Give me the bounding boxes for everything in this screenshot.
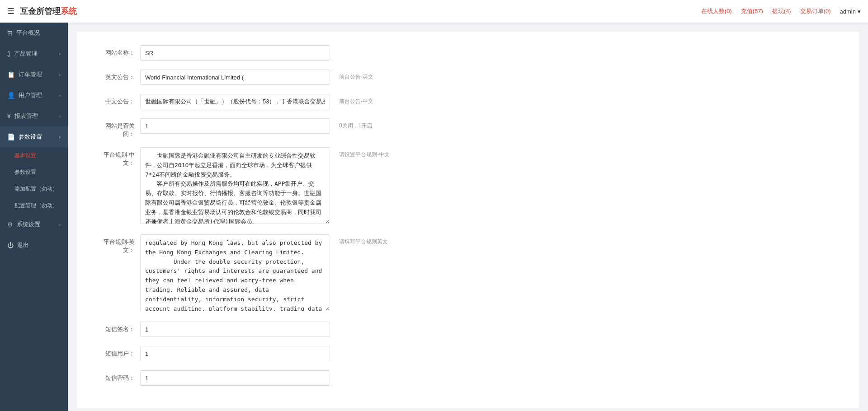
platform-rules-cn-label: 平台规则-中文： — [95, 147, 140, 167]
website-closed-wrapper — [140, 118, 330, 134]
product-arrow-icon: › — [59, 51, 61, 56]
sidebar-sub-add-config[interactable]: 添加配置（勿动） — [0, 181, 68, 197]
sms-sign-input[interactable] — [140, 322, 330, 337]
sidebar-item-system-label: 系统设置 — [17, 220, 40, 229]
menu-icon[interactable]: ☰ — [7, 6, 14, 16]
sms-sign-row: 短信签名： — [95, 322, 841, 337]
reports-arrow-icon: › — [59, 114, 61, 119]
sms-user-label: 短信用户： — [95, 346, 140, 358]
english-notice-row: 英文公告： 前台公告-英文 — [95, 70, 841, 85]
product-icon: ₿ — [7, 50, 10, 57]
online-stat[interactable]: 在线人数(0) — [701, 7, 732, 15]
website-closed-label: 网站是否关闭： — [95, 118, 140, 138]
sms-password-row: 短信密码： — [95, 370, 841, 386]
header-title-normal: 互金所管理 — [20, 7, 61, 16]
sms-password-wrapper — [140, 370, 330, 386]
website-name-input[interactable] — [140, 45, 330, 61]
sidebar-item-logout[interactable]: ⏻ 退出 — [0, 235, 68, 256]
platform-rules-en-row: 平台规则-英文： regulated by Hong Kong laws, bu… — [95, 234, 841, 313]
sidebar-item-reports-label: 报表管理 — [14, 112, 38, 120]
website-name-row: 网站名称： — [95, 45, 841, 61]
recharge-stat[interactable]: 充值(57) — [741, 7, 763, 15]
sidebar-item-users-label: 用户管理 — [19, 91, 42, 99]
sms-password-label: 短信密码： — [95, 370, 140, 382]
sidebar-item-logout-label: 退出 — [17, 241, 29, 249]
website-name-wrapper — [140, 45, 330, 61]
website-closed-hint: 0关闭，1开启 — [339, 118, 372, 130]
header: ☰ 互金所管理系统 在线人数(0) 充值(57) 提现(4) 交易订单(0) a… — [0, 0, 868, 23]
platform-rules-cn-row: 平台规则-中文： 世融国际是香港金融业有限公司自主研发的专业综合性交易软件，公司… — [95, 147, 841, 225]
layout: ⊞ 平台概况 ₿ 产品管理 › 📋 订单管理 › 👤 用户管理 › ¥ 报表管理… — [0, 23, 868, 411]
sidebar-item-product-label: 产品管理 — [14, 50, 38, 58]
english-notice-label: 英文公告： — [95, 70, 140, 81]
platform-rules-cn-textarea[interactable]: 世融国际是香港金融业有限公司自主研发的专业综合性交易软件，公司自2010年起立足… — [140, 147, 330, 224]
header-right: 在线人数(0) 充值(57) 提现(4) 交易订单(0) admin ▾ — [701, 7, 861, 15]
sidebar-item-users[interactable]: 👤 用户管理 › — [0, 85, 68, 106]
sms-user-wrapper — [140, 346, 330, 361]
website-name-label: 网站名称： — [95, 45, 140, 57]
english-notice-hint: 前台公告-英文 — [339, 70, 373, 81]
sidebar-sub-params[interactable]: 参数设置 — [0, 164, 68, 181]
withdraw-stat[interactable]: 提现(4) — [772, 7, 791, 15]
overview-icon: ⊞ — [7, 29, 13, 37]
sidebar-item-reports[interactable]: ¥ 报表管理 › — [0, 106, 68, 126]
logout-icon: ⏻ — [7, 242, 14, 249]
platform-rules-cn-wrapper: 世融国际是香港金融业有限公司自主研发的专业综合性交易软件，公司自2010年起立足… — [140, 147, 330, 225]
platform-rules-en-wrapper: regulated by Hong Kong laws, but also pr… — [140, 234, 330, 313]
chinese-notice-hint: 前台公告-中文 — [339, 94, 373, 105]
english-notice-wrapper — [140, 70, 330, 85]
chinese-notice-wrapper — [140, 94, 330, 109]
platform-rules-en-hint: 请填写平台规则英文 — [339, 234, 388, 246]
sidebar: ⊞ 平台概况 ₿ 产品管理 › 📋 订单管理 › 👤 用户管理 › ¥ 报表管理… — [0, 23, 68, 411]
params-icon: 📄 — [7, 133, 15, 140]
sidebar-sub-basic[interactable]: 基本设置 — [0, 147, 68, 164]
params-arrow-icon: › — [59, 135, 61, 140]
sidebar-item-overview-label: 平台概况 — [16, 29, 40, 37]
sidebar-item-orders[interactable]: 📋 订单管理 › — [0, 64, 68, 85]
platform-rules-en-label: 平台规则-英文： — [95, 234, 140, 254]
sidebar-item-product[interactable]: ₿ 产品管理 › — [0, 43, 68, 64]
header-title-red: 系统 — [61, 7, 77, 16]
sidebar-item-params-label: 参数设置 — [19, 133, 42, 141]
admin-arrow-icon: ▾ — [858, 8, 861, 15]
chinese-notice-label: 中文公告： — [95, 94, 140, 106]
system-icon: ⚙ — [7, 221, 13, 228]
orders-arrow-icon: › — [59, 72, 61, 77]
users-icon: 👤 — [7, 92, 15, 99]
website-closed-row: 网站是否关闭： 0关闭，1开启 — [95, 118, 841, 138]
platform-rules-cn-hint: 请设置平台规则-中文 — [339, 147, 390, 159]
sidebar-sub-config-mgmt[interactable]: 配置管理（勿动） — [0, 197, 68, 214]
platform-rules-en-textarea[interactable]: regulated by Hong Kong laws, but also pr… — [140, 234, 330, 311]
sms-password-input[interactable] — [140, 370, 330, 386]
sms-user-input[interactable] — [140, 346, 330, 361]
chinese-notice-row: 中文公告： 前台公告-中文 — [95, 94, 841, 109]
sidebar-item-orders-label: 订单管理 — [19, 70, 42, 79]
chinese-notice-input[interactable] — [140, 94, 330, 109]
sidebar-item-system[interactable]: ⚙ 系统设置 › — [0, 214, 68, 235]
main-content: 网站名称： 英文公告： 前台公告-英文 中文公告： 前台公告-中文 — [68, 23, 868, 411]
users-arrow-icon: › — [59, 93, 61, 98]
content-card: 网站名称： 英文公告： 前台公告-英文 中文公告： 前台公告-中文 — [77, 32, 859, 408]
sidebar-item-overview[interactable]: ⊞ 平台概况 — [0, 23, 68, 43]
admin-dropdown[interactable]: admin ▾ — [840, 8, 861, 15]
sidebar-item-params[interactable]: 📄 参数设置 › — [0, 126, 68, 147]
reports-icon: ¥ — [7, 112, 11, 120]
admin-label: admin — [840, 8, 856, 15]
header-title: 互金所管理系统 — [20, 6, 77, 17]
sms-user-row: 短信用户： — [95, 346, 841, 361]
sms-sign-label: 短信签名： — [95, 322, 140, 333]
english-notice-input[interactable] — [140, 70, 330, 85]
system-arrow-icon: › — [59, 222, 61, 227]
orders-stat[interactable]: 交易订单(0) — [800, 7, 831, 15]
sms-sign-wrapper — [140, 322, 330, 337]
orders-icon: 📋 — [7, 71, 15, 78]
website-closed-input[interactable] — [140, 118, 330, 134]
